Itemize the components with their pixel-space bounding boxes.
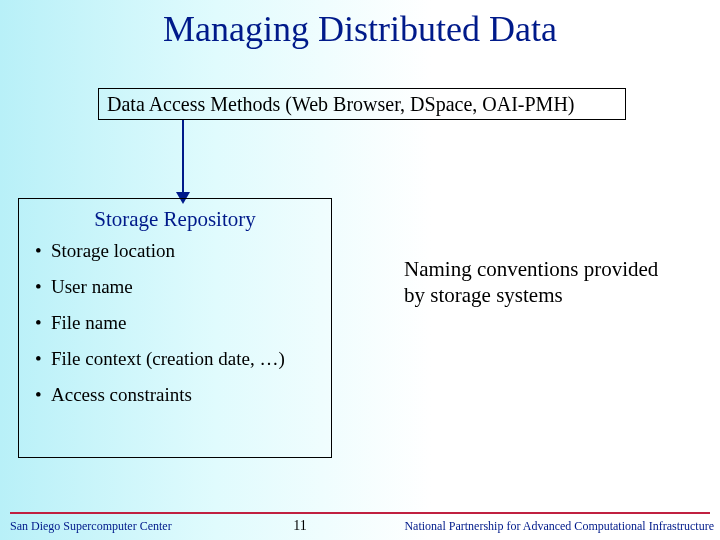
data-access-box: Data Access Methods (Web Browser, DSpace… bbox=[98, 88, 626, 120]
repo-title: Storage Repository bbox=[29, 207, 321, 232]
list-item: Storage location bbox=[35, 240, 321, 262]
list-item: User name bbox=[35, 276, 321, 298]
storage-repository-box: Storage Repository Storage location User… bbox=[18, 198, 332, 458]
list-item: Access constraints bbox=[35, 384, 321, 406]
slide: Managing Distributed Data Data Access Me… bbox=[0, 0, 720, 540]
arrow-line bbox=[182, 120, 184, 194]
footer-divider bbox=[10, 512, 710, 514]
footer-right: National Partnership for Advanced Comput… bbox=[404, 519, 714, 534]
list-item: File name bbox=[35, 312, 321, 334]
side-note: Naming conventions provided by storage s… bbox=[404, 256, 684, 309]
repo-list: Storage location User name File name Fil… bbox=[29, 240, 321, 406]
slide-title: Managing Distributed Data bbox=[0, 8, 720, 50]
list-item: File context (creation date, …) bbox=[35, 348, 321, 370]
